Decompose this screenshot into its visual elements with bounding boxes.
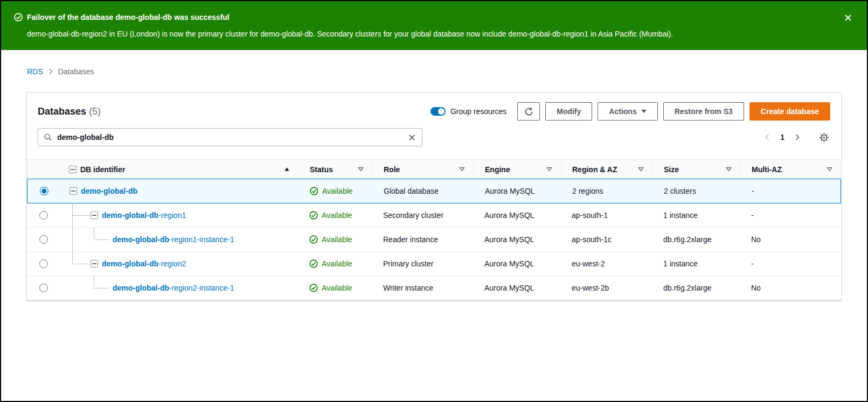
role-cell: Primary cluster — [372, 259, 474, 268]
clear-x-icon — [408, 134, 415, 141]
panel-header: Databases (5) Group resources Modify Act… — [27, 93, 841, 128]
current-page-number[interactable]: 1 — [780, 133, 784, 142]
status-available-icon — [310, 187, 318, 195]
status-cell: Available — [298, 235, 372, 244]
actions-label: Actions — [609, 107, 636, 116]
toolbar: Group resources Modify Actions Restore f… — [430, 102, 830, 121]
row-select-cell — [27, 211, 60, 220]
filter-caret-icon[interactable] — [459, 167, 465, 172]
col-label-db-identifier: DB identifier — [80, 165, 125, 174]
col-header-db-identifier[interactable]: DB identifier — [60, 160, 298, 179]
create-database-label: Create database — [761, 107, 819, 116]
region-az-cell: ap-south-1c — [561, 235, 652, 244]
databases-panel: Databases (5) Group resources Modify Act… — [26, 92, 842, 301]
region-az-cell: eu-west-2 — [561, 259, 652, 268]
role-cell: Writer instance — [372, 284, 474, 292]
db-table-row[interactable]: demo-global-db-region2AvailablePrimary c… — [27, 252, 841, 276]
restore-from-s3-button[interactable]: Restore from S3 — [663, 102, 744, 121]
panel-title-text: Databases — [38, 106, 86, 117]
modify-button[interactable]: Modify — [545, 102, 592, 121]
previous-page-button[interactable] — [764, 133, 770, 142]
banner-close-button[interactable] — [842, 12, 854, 25]
db-identifier-link[interactable]: demo-global-db-region2-instance-1 — [113, 284, 234, 292]
db-identifier-link[interactable]: demo-global-db-region2 — [102, 259, 186, 268]
db-identifier-link[interactable]: demo-global-db-region1 — [102, 211, 186, 220]
filter-caret-icon[interactable] — [358, 167, 364, 172]
create-database-button[interactable]: Create database — [749, 102, 830, 121]
engine-cell: Aurora MySQL — [474, 211, 561, 220]
tree-elbow-line — [94, 239, 109, 240]
refresh-button[interactable] — [517, 102, 540, 121]
multi-az-cell: No — [740, 284, 841, 292]
app-window: Failover of the database demo-global-db … — [0, 0, 868, 402]
region-az-cell: eu-west-2b — [561, 284, 652, 292]
multi-az-cell: - — [740, 211, 841, 220]
db-identifier-cell: demo-global-db-region2-instance-1 — [60, 276, 298, 300]
status-text: Available — [322, 284, 352, 292]
status-available-icon — [309, 211, 318, 220]
col-header-multi-az[interactable]: Multi-AZ — [740, 160, 841, 179]
refresh-icon — [524, 107, 533, 116]
select-column-header — [27, 160, 60, 179]
row-radio-button[interactable] — [39, 235, 48, 244]
db-identifier-cell: demo-global-db-region2 — [60, 252, 298, 276]
db-table-row[interactable]: demo-global-db-region1AvailableSecondary… — [27, 203, 841, 228]
toggle-knob — [438, 108, 445, 115]
filter-caret-icon[interactable] — [726, 167, 732, 172]
db-identifier-link[interactable]: demo-global-db-region1-instance-1 — [113, 235, 234, 244]
col-header-role[interactable]: Role — [372, 160, 474, 179]
col-label-region-az: Region & AZ — [572, 165, 617, 174]
filter-caret-icon[interactable] — [546, 167, 552, 172]
row-radio-button[interactable] — [39, 211, 48, 220]
actions-menu-button[interactable]: Actions — [598, 102, 657, 121]
status-available-icon — [309, 284, 318, 292]
collapse-all-toggle[interactable] — [69, 166, 77, 173]
next-page-button[interactable] — [794, 133, 801, 142]
engine-cell: Aurora MySQL — [474, 259, 561, 268]
row-radio-button[interactable] — [40, 187, 48, 195]
breadcrumb-current: Databases — [58, 67, 94, 76]
filter-caret-icon[interactable] — [638, 167, 644, 172]
col-header-size[interactable]: Size — [652, 160, 740, 179]
col-header-region-az[interactable]: Region & AZ — [561, 160, 652, 179]
databases-table: DB identifier Status Role Engine Region … — [27, 159, 841, 300]
search-input[interactable] — [57, 133, 402, 142]
db-identifier-link[interactable]: demo-global-db — [81, 187, 137, 195]
group-resources-toggle[interactable] — [430, 107, 446, 116]
region-az-cell: ap-south-1 — [561, 211, 652, 220]
tree-elbow-line — [94, 276, 94, 287]
status-cell: Available — [298, 211, 372, 220]
db-identifier-cell: demo-global-db — [60, 179, 299, 203]
row-collapse-toggle[interactable] — [91, 260, 98, 267]
db-identifier-cell: demo-global-db-region1-instance-1 — [60, 228, 298, 251]
row-radio-button[interactable] — [39, 284, 48, 292]
engine-cell: Aurora MySQL — [474, 235, 561, 244]
col-header-status[interactable]: Status — [298, 160, 372, 179]
row-radio-button[interactable] — [39, 259, 48, 268]
db-table-row[interactable]: demo-global-db-region2-instance-1Availab… — [27, 276, 841, 300]
table-preferences-button[interactable] — [818, 131, 830, 144]
banner-title: Failover of the database demo-global-db … — [27, 12, 230, 23]
status-available-icon — [309, 259, 318, 268]
db-table-row[interactable]: demo-global-dbAvailableGlobal databaseAu… — [27, 179, 841, 203]
tree-elbow-line — [72, 264, 91, 264]
group-resources-label: Group resources — [450, 107, 506, 116]
search-clear-button[interactable] — [407, 133, 416, 142]
filter-caret-icon[interactable] — [827, 167, 832, 172]
size-cell: 1 instance — [652, 259, 740, 268]
row-collapse-toggle[interactable] — [91, 211, 98, 219]
chevron-left-icon — [765, 134, 769, 140]
breadcrumb: RDS Databases — [1, 50, 867, 76]
status-text: Available — [322, 211, 352, 220]
breadcrumb-rds-link[interactable]: RDS — [27, 67, 43, 76]
row-collapse-toggle[interactable] — [70, 187, 77, 195]
size-cell: 1 instance — [652, 211, 740, 220]
col-label-size: Size — [664, 165, 679, 174]
db-table-row[interactable]: demo-global-db-region1-instance-1Availab… — [27, 228, 841, 252]
db-identifier-cell: demo-global-db-region1 — [60, 203, 298, 227]
sort-ascending-icon[interactable] — [284, 167, 290, 172]
status-cell: Available — [298, 259, 372, 268]
col-header-engine[interactable]: Engine — [474, 160, 561, 179]
col-label-role: Role — [384, 165, 400, 174]
db-table-body: demo-global-dbAvailableGlobal databaseAu… — [27, 179, 841, 300]
